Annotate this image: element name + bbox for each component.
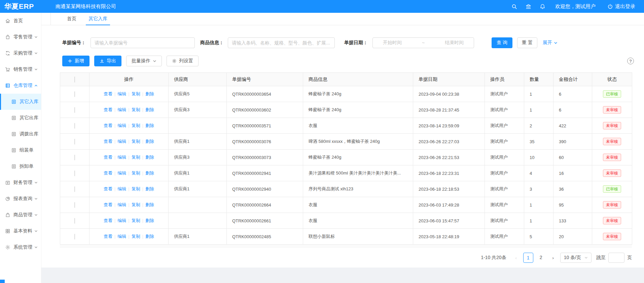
- row-action-编辑[interactable]: 编辑: [117, 91, 126, 96]
- row-action-复制[interactable]: 复制: [132, 91, 140, 96]
- header-actions: 欢迎您，测试用户 退出登录: [511, 3, 644, 10]
- row-action-删除[interactable]: 删除: [145, 139, 154, 144]
- sidebar-item-purchase[interactable]: 采购管理: [0, 45, 41, 61]
- row-action-查看[interactable]: 查看: [104, 218, 112, 223]
- bank-icon[interactable]: [526, 4, 531, 9]
- row-action-查看[interactable]: 查看: [104, 170, 112, 176]
- row-action-编辑[interactable]: 编辑: [117, 123, 126, 128]
- reset-button[interactable]: 重 置: [517, 37, 537, 48]
- tab-other-inbound[interactable]: 其它入库: [82, 13, 113, 25]
- jump-to-input[interactable]: [608, 253, 624, 263]
- row-action-查看[interactable]: 查看: [104, 139, 112, 144]
- row-checkbox[interactable]: [74, 186, 75, 192]
- add-button[interactable]: 新增: [62, 56, 90, 66]
- row-action-删除[interactable]: 删除: [145, 234, 154, 239]
- sidebar-item-system[interactable]: 系统管理: [0, 239, 41, 255]
- sidebar-item-report[interactable]: 报表查询: [0, 191, 41, 207]
- qty-cell: 3: [524, 181, 553, 197]
- row-action-删除[interactable]: 删除: [145, 123, 154, 128]
- pagination-next[interactable]: ›: [549, 255, 558, 260]
- row-action-删除[interactable]: 删除: [145, 202, 154, 207]
- export-button[interactable]: 导出: [94, 56, 121, 66]
- bell-icon[interactable]: [540, 4, 545, 9]
- row-checkbox[interactable]: [74, 170, 75, 176]
- product-info-input[interactable]: [228, 37, 335, 48]
- order-no-input[interactable]: [91, 37, 195, 48]
- search-button[interactable]: 查 询: [492, 37, 512, 48]
- row-action-复制[interactable]: 复制: [132, 107, 140, 112]
- row-action-查看[interactable]: 查看: [104, 186, 112, 191]
- batch-actions-button[interactable]: 批量操作: [126, 56, 162, 66]
- row-action-编辑[interactable]: 编辑: [117, 234, 126, 239]
- row-action-复制[interactable]: 复制: [132, 234, 140, 239]
- row-action-编辑[interactable]: 编辑: [117, 218, 126, 223]
- amount-cell: 390: [553, 134, 592, 150]
- row-action-复制[interactable]: 复制: [132, 202, 140, 207]
- row-action-删除[interactable]: 删除: [145, 170, 154, 176]
- sidebar-item-home[interactable]: 首页: [0, 13, 41, 29]
- row-action-查看[interactable]: 查看: [104, 123, 112, 128]
- row-action-查看[interactable]: 查看: [104, 91, 112, 96]
- sidebar-item-disassembly[interactable]: 拆卸单: [0, 158, 41, 175]
- sidebar-item-finance[interactable]: 财务管理: [0, 175, 41, 191]
- row-checkbox[interactable]: [74, 155, 75, 160]
- tab-home[interactable]: 首页: [61, 13, 82, 25]
- row-action-删除[interactable]: 删除: [145, 107, 154, 112]
- sidebar-item-retail[interactable]: 零售管理: [0, 29, 41, 45]
- row-action-编辑[interactable]: 编辑: [117, 202, 126, 207]
- select-all-checkbox[interactable]: [74, 76, 75, 83]
- row-action-编辑[interactable]: 编辑: [117, 139, 126, 144]
- row-action-编辑[interactable]: 编辑: [117, 186, 126, 191]
- action-separator: |: [114, 91, 115, 96]
- logout-button[interactable]: 退出登录: [607, 3, 635, 10]
- row-action-删除[interactable]: 删除: [145, 91, 154, 96]
- row-checkbox[interactable]: [74, 123, 75, 129]
- page-size-select[interactable]: 10 条/页: [560, 253, 592, 263]
- sidebar-bottom-accent[interactable]: [0, 280, 5, 283]
- row-action-复制[interactable]: 复制: [132, 123, 140, 128]
- sidebar-item-warehouse[interactable]: 仓库管理: [0, 77, 41, 94]
- row-action-删除[interactable]: 删除: [145, 155, 154, 160]
- row-action-复制[interactable]: 复制: [132, 170, 140, 176]
- row-checkbox[interactable]: [74, 139, 75, 145]
- row-action-删除[interactable]: 删除: [145, 218, 154, 223]
- row-action-查看[interactable]: 查看: [104, 202, 112, 207]
- system-icon: [5, 245, 10, 250]
- sidebar-item-other-outbound[interactable]: 其它出库: [0, 110, 41, 126]
- pagination-prev[interactable]: ‹: [512, 255, 521, 260]
- pagination-page-2[interactable]: 2: [536, 253, 546, 263]
- row-checkbox[interactable]: [74, 202, 75, 208]
- column-settings-button[interactable]: 列设置: [167, 56, 199, 66]
- pagination-page-1[interactable]: 1: [523, 253, 533, 263]
- sidebar-item-basic[interactable]: 基本资料: [0, 223, 41, 239]
- row-action-复制[interactable]: 复制: [132, 218, 140, 223]
- row-action-查看[interactable]: 查看: [104, 234, 112, 239]
- sidebar-item-transfer-outbound[interactable]: 调拨出库: [0, 126, 41, 142]
- row-checkbox[interactable]: [74, 91, 75, 97]
- sidebar-item-assembly[interactable]: 组装单: [0, 142, 41, 158]
- order-no-cell: QTRK00000002940: [227, 181, 303, 197]
- sidebar-item-goods[interactable]: 商品管理: [0, 207, 41, 223]
- row-checkbox[interactable]: [74, 234, 75, 240]
- row-checkbox[interactable]: [74, 218, 75, 224]
- row-action-查看[interactable]: 查看: [104, 155, 112, 160]
- column-header: 操作: [90, 73, 169, 86]
- status-badge: 未审核: [603, 233, 621, 240]
- row-action-查看[interactable]: 查看: [104, 107, 112, 112]
- search-icon[interactable]: [511, 4, 517, 9]
- help-icon[interactable]: ?: [627, 58, 634, 64]
- sidebar-item-other-inbound[interactable]: 其它入库: [0, 94, 41, 110]
- date-range-input[interactable]: 开始时间 ~ 结束时间: [372, 37, 474, 48]
- row-action-删除[interactable]: 删除: [145, 186, 154, 191]
- row-checkbox[interactable]: [74, 107, 75, 113]
- expand-link[interactable]: 展开: [543, 40, 558, 46]
- row-action-编辑[interactable]: 编辑: [117, 107, 126, 112]
- row-action-复制[interactable]: 复制: [132, 139, 140, 144]
- row-action-编辑[interactable]: 编辑: [117, 170, 126, 176]
- action-separator: |: [114, 155, 115, 160]
- sidebar-item-sales[interactable]: 销售管理: [0, 61, 41, 77]
- row-action-复制[interactable]: 复制: [132, 155, 140, 160]
- row-action-复制[interactable]: 复制: [132, 186, 140, 191]
- action-separator: |: [114, 202, 115, 207]
- row-action-编辑[interactable]: 编辑: [117, 155, 126, 160]
